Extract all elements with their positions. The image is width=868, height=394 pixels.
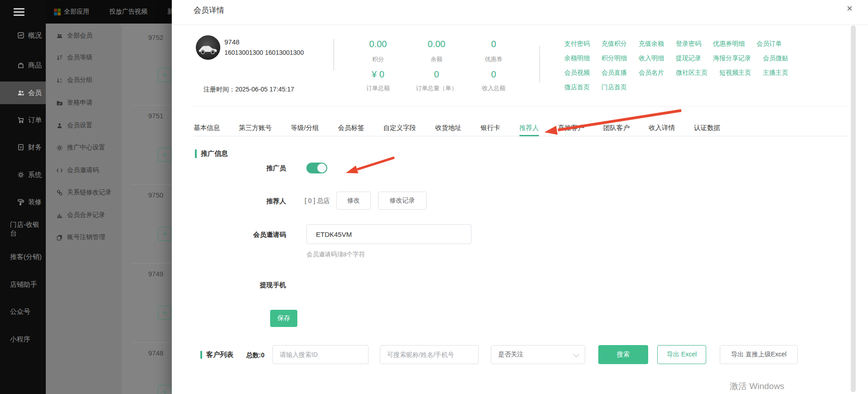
close-icon[interactable]: × — [847, 3, 853, 14]
export-upline-excel-button[interactable]: 导出 直推上级Excel — [720, 345, 798, 364]
section-bar — [200, 351, 202, 359]
hamburger-menu-icon[interactable] — [14, 6, 24, 17]
link-coupon-detail[interactable]: 优惠券明细 — [713, 40, 745, 48]
submenu-label: 资格申请 — [67, 99, 92, 107]
bar-chart-icon — [56, 212, 63, 219]
points-label: 积分 — [344, 55, 412, 63]
link-member-video[interactable]: 会员视频 — [564, 69, 590, 77]
quick-links: 支付密码 充值积分 充值余额 登录密码 优惠券明细 会员订单 余额明细 积分明细… — [564, 40, 827, 91]
submenu-label: 推广中心设置 — [67, 144, 105, 152]
link-balance-detail[interactable]: 余额明细 — [564, 54, 590, 62]
member-name: 9748 — [224, 38, 239, 46]
main-sidebar: 概况 商品 会员 订单 ¥ 财务 系统 装修 门店-收银台 推客(分销) 店铺助… — [0, 0, 46, 394]
export-excel-button[interactable]: 导出 Excel — [657, 345, 706, 364]
order-amount-value: ¥ 0 — [344, 69, 412, 80]
link-login-password[interactable]: 登录密码 — [676, 40, 701, 48]
tab-direct-customers[interactable]: 直推客户 — [558, 121, 584, 136]
submenu-all-members[interactable]: 全部会员 — [56, 30, 92, 41]
search-button[interactable]: 搜索 — [598, 345, 648, 364]
link-recharge-balance[interactable]: 充值余额 — [639, 40, 664, 48]
topbar-ad-video[interactable]: 投放广告视频 — [109, 8, 147, 16]
register-time: 注册时间：2025-06-05 17:45:17 — [204, 86, 294, 94]
promoter-label: 推广员 — [217, 164, 286, 173]
section-title: 推广信息 — [201, 149, 228, 158]
topbar-all-apps[interactable]: 全部应用 — [54, 8, 89, 16]
sidebar-item-overview[interactable]: 概况 — [0, 29, 46, 41]
tab-custom-fields[interactable]: 自定义字段 — [383, 121, 417, 136]
tab-shipping-address[interactable]: 收货地址 — [435, 121, 461, 136]
sidebar-item-system[interactable]: 系统 — [0, 169, 46, 181]
tab-third-party[interactable]: 第三方账号 — [239, 121, 272, 136]
member-submenu: 全部会员 会员等级 AZ 会员分组 资格申请 会员设置 推广中心设置 会员邀请码 — [46, 24, 122, 394]
modify-button[interactable]: 修改 — [336, 192, 371, 210]
sidebar-item-finance[interactable]: ¥ 财务 — [0, 141, 46, 153]
search-name-input[interactable] — [380, 345, 479, 364]
tab-referrer[interactable]: 推荐人 — [519, 121, 539, 136]
link-micro-store-home[interactable]: 微店首页 — [564, 83, 590, 91]
tab-level-group[interactable]: 等级/分组 — [291, 121, 319, 136]
submenu-member-settings[interactable]: 会员设置 — [56, 120, 92, 131]
submenu-account-cancellation[interactable]: 账号注销管理 — [56, 232, 105, 243]
link-withdraw-record[interactable]: 提现记录 — [676, 54, 701, 62]
member-id: 9749 — [148, 270, 163, 278]
submenu-label: 账号注销管理 — [67, 233, 105, 241]
link-member-posts[interactable]: 会员微贴 — [763, 54, 788, 62]
search-id-input[interactable] — [272, 345, 369, 364]
referrer-value: [ 0 ] 总店 — [305, 197, 330, 205]
invite-code-input[interactable] — [306, 224, 471, 244]
sidebar-item-official-account[interactable]: 公众号 — [0, 306, 46, 317]
tab-income-detail[interactable]: 收入详情 — [649, 121, 675, 136]
link-recharge-points[interactable]: 充值积分 — [601, 40, 627, 48]
link-streamer-home[interactable]: 主播主页 — [763, 69, 788, 77]
sidebar-item-mini-program[interactable]: 小程序 — [0, 333, 46, 345]
sidebar-item-member[interactable]: 会员 — [0, 82, 46, 104]
invite-code-label: 会员邀请码 — [217, 231, 286, 239]
tab-member-tags[interactable]: 会员标签 — [338, 121, 364, 136]
link-store-home[interactable]: 门店首页 — [601, 83, 627, 91]
link-community-home[interactable]: 微社区主页 — [676, 69, 708, 77]
sidebar-item-store-pos[interactable]: 门店-收银台 — [0, 223, 46, 235]
submenu-relation-chain-log[interactable]: 关系链修改记录 — [56, 187, 112, 198]
expand-plus-button[interactable]: + — [158, 148, 172, 162]
submenu-promotion-center[interactable]: 推广中心设置 — [56, 142, 105, 153]
modify-log-button[interactable]: 修改记录 — [378, 192, 427, 210]
submenu-member-level[interactable]: 会员等级 — [56, 52, 92, 63]
link-member-orders[interactable]: 会员订单 — [756, 40, 782, 48]
link-member-live[interactable]: 会员直播 — [601, 69, 627, 77]
sidebar-item-orders[interactable]: 订单 — [0, 114, 46, 126]
expand-plus-button[interactable]: + — [158, 385, 172, 394]
register-time-label: 注册时间： — [204, 86, 235, 93]
income-label: 收入总额 — [462, 84, 525, 92]
scrollbar[interactable] — [851, 25, 856, 392]
link-pay-password[interactable]: 支付密码 — [564, 40, 590, 48]
submenu-merge-record[interactable]: 会员合并记录 — [56, 210, 105, 221]
promoter-toggle[interactable] — [306, 163, 327, 173]
svg-text:Z: Z — [60, 80, 62, 83]
follow-select[interactable]: 是否关注 — [491, 345, 585, 364]
save-button[interactable]: 保存 — [270, 310, 297, 327]
expand-plus-button[interactable]: + — [158, 306, 172, 320]
detail-tabs: 基本信息 第三方账号 等级/分组 会员标签 自定义字段 收货地址 银行卡 推荐人… — [194, 121, 847, 136]
sidebar-item-distribution[interactable]: 推客(分销) — [0, 251, 46, 263]
submenu-invite-code[interactable]: 会员邀请码 — [56, 165, 99, 176]
tab-basic-info[interactable]: 基本信息 — [194, 121, 220, 136]
submenu-label: 会员合并记录 — [67, 211, 105, 219]
tab-auth-data[interactable]: 认证数据 — [694, 121, 720, 136]
submenu-label: 会员设置 — [67, 121, 92, 130]
drawer-title: 会员详情 — [194, 5, 224, 15]
link-poster-share-record[interactable]: 海报分享记录 — [713, 54, 751, 62]
tab-bank-card[interactable]: 银行卡 — [480, 121, 500, 136]
link-income-detail[interactable]: 收入明细 — [639, 54, 664, 62]
sidebar-item-decorate[interactable]: 装修 — [0, 196, 46, 208]
submenu-member-group[interactable]: AZ 会员分组 — [56, 75, 92, 86]
submenu-qualification[interactable]: 资格申请 — [56, 97, 92, 108]
sidebar-item-goods[interactable]: 商品 — [0, 59, 46, 71]
tab-team-customers[interactable]: 团队客户 — [603, 121, 630, 136]
expand-plus-button[interactable]: + — [158, 227, 172, 241]
sidebar-item-shop-assistant[interactable]: 店铺助手 — [0, 279, 46, 290]
link-points-detail[interactable]: 积分明细 — [601, 54, 627, 62]
sidebar-label: 商品 — [28, 61, 42, 70]
link-short-video-home[interactable]: 短视频主页 — [719, 69, 751, 77]
link-member-card[interactable]: 会员名片 — [639, 69, 664, 77]
expand-plus-button[interactable]: + — [158, 68, 172, 82]
